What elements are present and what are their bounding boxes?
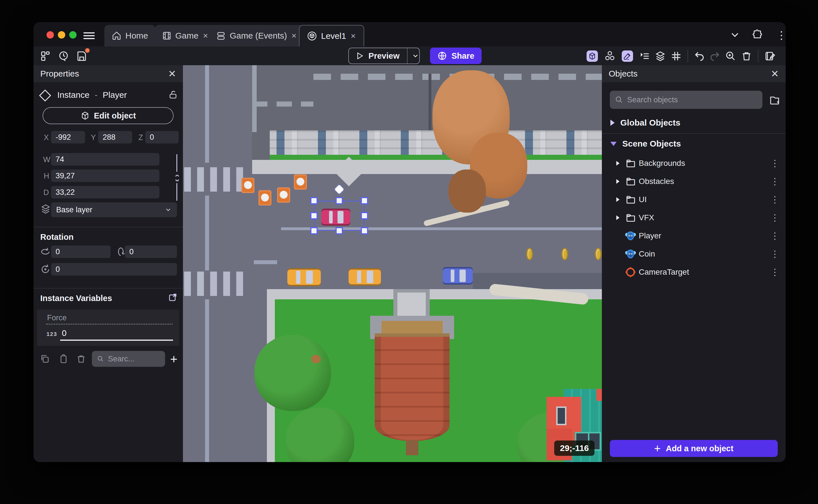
yellow-car-1[interactable]	[287, 268, 321, 286]
close-icon[interactable]: ✕	[168, 68, 176, 79]
d-input[interactable]	[51, 186, 159, 198]
h-input[interactable]	[51, 170, 159, 182]
blocks-icon[interactable]	[604, 50, 616, 62]
obstacle-cone[interactable]	[241, 178, 254, 193]
grid-icon[interactable]	[671, 50, 682, 62]
resize-handle[interactable]	[361, 197, 368, 204]
kebab-menu-icon[interactable]: ⋮	[770, 176, 779, 187]
rotation-x-input[interactable]	[51, 245, 111, 258]
kebab-menu-icon[interactable]: ⋮	[770, 158, 779, 169]
yellow-car-2[interactable]	[348, 268, 381, 286]
rotation-y-input[interactable]	[125, 245, 177, 258]
history-icon[interactable]	[58, 50, 69, 62]
resize-handle[interactable]	[361, 227, 368, 234]
edit-object-button[interactable]: Edit object	[43, 107, 174, 124]
z-label: Z	[138, 133, 143, 142]
zoom-in-icon[interactable]	[725, 50, 736, 62]
obstacle-cone[interactable]	[294, 174, 307, 190]
unlock-icon[interactable]	[168, 90, 178, 100]
resize-handle[interactable]	[310, 227, 318, 234]
resize-handle[interactable]	[310, 212, 318, 219]
add-folder-icon[interactable]	[769, 94, 781, 106]
variables-search[interactable]	[92, 351, 165, 367]
kebab-menu-icon[interactable]: ⋮	[776, 29, 786, 41]
traffic-light-close[interactable]	[46, 31, 54, 39]
object-item-cameratarget[interactable]: CameraTarget⋮	[602, 263, 786, 281]
external-link-icon[interactable]	[168, 293, 177, 302]
tab-game[interactable]: Game ×	[155, 25, 216, 46]
trash-icon[interactable]	[741, 50, 752, 62]
scene-canvas[interactable]: 29;-116	[183, 65, 602, 462]
add-object-button[interactable]: + Add a new object	[610, 440, 778, 457]
object-thumbnail-icon	[625, 248, 636, 260]
link-proportions-icon[interactable]	[172, 173, 181, 183]
cube-3d-icon[interactable]	[587, 50, 598, 62]
traffic-light-maximize[interactable]	[69, 31, 77, 39]
global-objects-group[interactable]: Global Objects	[602, 115, 786, 130]
chevron-down-icon[interactable]	[729, 29, 741, 41]
object-item-player[interactable]: Player⋮	[602, 227, 786, 245]
trash-icon[interactable]	[76, 354, 86, 364]
add-variable-button[interactable]: +	[170, 352, 177, 366]
y-input[interactable]	[98, 131, 132, 143]
tab-close-icon[interactable]: ×	[350, 31, 356, 41]
preview-button[interactable]: Preview	[348, 48, 420, 64]
resize-handle[interactable]	[335, 197, 343, 204]
rotation-z-input[interactable]	[51, 263, 177, 276]
rotate-handle[interactable]	[334, 185, 344, 194]
kebab-menu-icon[interactable]: ⋮	[770, 249, 779, 259]
layers-icon[interactable]	[655, 50, 666, 62]
objects-search-input[interactable]	[627, 96, 757, 104]
redo-icon[interactable]	[709, 50, 720, 62]
resize-handle[interactable]	[335, 227, 343, 234]
scene-notes-icon[interactable]	[764, 50, 775, 62]
coin[interactable]	[561, 248, 568, 260]
blue-car[interactable]	[443, 267, 473, 285]
object-item-vfx[interactable]: VFX⋮	[602, 209, 786, 227]
tab-home[interactable]: Home	[104, 25, 155, 46]
w-input[interactable]	[51, 153, 159, 166]
obstacle-cone[interactable]	[258, 190, 271, 206]
tab-level1[interactable]: Level1 ×	[299, 25, 364, 46]
z-input[interactable]	[145, 131, 179, 143]
resize-handle[interactable]	[361, 212, 368, 219]
kebab-menu-icon[interactable]: ⋮	[770, 194, 779, 205]
folder-icon	[625, 194, 636, 205]
preview-label: Preview	[368, 51, 399, 61]
globe-icon	[438, 51, 447, 61]
layout-icon[interactable]	[40, 50, 51, 62]
undo-icon[interactable]	[694, 50, 705, 62]
paste-icon[interactable]	[58, 354, 69, 364]
tab-game-events[interactable]: Game (Events) ×	[209, 25, 304, 46]
resize-handle[interactable]	[310, 197, 318, 204]
objects-title: Objects	[609, 69, 638, 79]
kebab-menu-icon[interactable]: ⋮	[770, 267, 779, 278]
coin[interactable]	[526, 248, 533, 260]
tab-close-icon[interactable]: ×	[291, 31, 297, 41]
objects-search[interactable]	[610, 91, 762, 109]
object-item-ui[interactable]: UI⋮	[602, 190, 786, 209]
share-button[interactable]: Share	[430, 48, 482, 64]
object-item-coin[interactable]: Coin⋮	[602, 245, 786, 263]
scene-objects-group[interactable]: Scene Objects	[602, 136, 786, 151]
copy-icon[interactable]	[40, 354, 50, 364]
hamburger-menu-icon[interactable]	[83, 31, 95, 39]
object-item-obstacles[interactable]: Obstacles⋮	[602, 172, 786, 190]
close-icon[interactable]: ✕	[771, 68, 779, 79]
instances-list-icon[interactable]	[639, 50, 651, 62]
obstacle-cone[interactable]	[277, 187, 290, 203]
chevron-down-icon[interactable]	[412, 52, 419, 60]
object-item-backgrounds[interactable]: Backgrounds⋮	[602, 154, 786, 172]
traffic-light-minimize[interactable]	[58, 31, 65, 39]
pencil-icon[interactable]	[622, 50, 633, 62]
variable-name[interactable]: Force	[47, 314, 67, 322]
kebab-menu-icon[interactable]: ⋮	[770, 212, 779, 223]
tab-close-icon[interactable]: ×	[202, 31, 209, 41]
extensions-icon[interactable]	[752, 29, 764, 41]
variables-search-input[interactable]	[108, 355, 160, 363]
x-input[interactable]	[51, 131, 85, 143]
kebab-menu-icon[interactable]: ⋮	[770, 230, 779, 241]
coin[interactable]	[595, 248, 602, 260]
variable-value[interactable]: 0	[62, 328, 67, 338]
layer-select[interactable]: Base layer	[51, 202, 177, 217]
